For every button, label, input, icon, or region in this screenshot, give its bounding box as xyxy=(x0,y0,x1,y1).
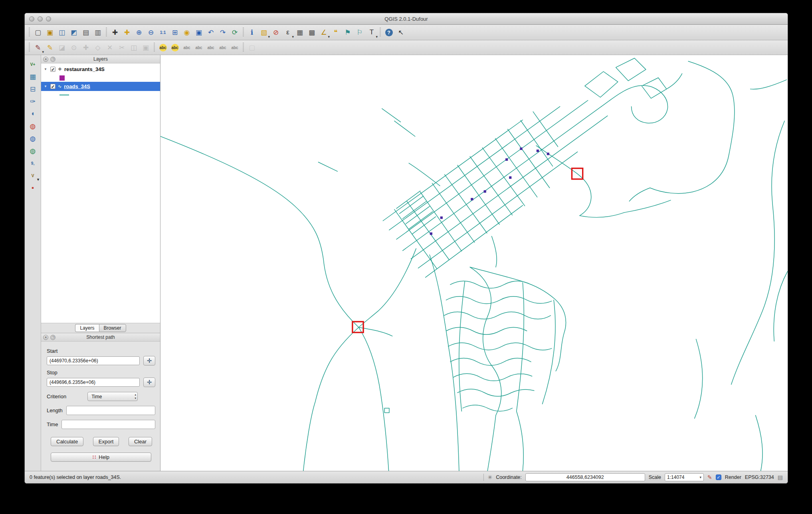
map-roads xyxy=(160,58,788,471)
toolbar-handle[interactable] xyxy=(380,28,381,37)
help-contents-icon[interactable]: ? xyxy=(383,27,394,38)
label-rotate-icon[interactable]: abc xyxy=(217,42,228,53)
remove-layer-icon[interactable]: ▪ xyxy=(27,183,39,193)
zoom-full-extent-icon[interactable]: ⊞ xyxy=(169,27,180,38)
move-feature-icon: ✚ xyxy=(80,42,91,53)
add-oracle-layer-icon[interactable]: ◍ xyxy=(27,121,39,131)
shortest-path-title: Shortest path xyxy=(41,334,160,340)
identify-features-icon[interactable]: ℹ xyxy=(246,27,257,38)
field-calculator-icon[interactable]: ▩ xyxy=(306,27,317,38)
add-postgis-layer-icon[interactable]: ⊟ xyxy=(27,84,39,94)
new-print-composer-icon[interactable]: ▤ xyxy=(80,27,91,38)
whats-this-icon[interactable]: ↖ xyxy=(395,27,406,38)
calculate-button[interactable]: Calculate xyxy=(51,437,83,446)
status-message: 0 feature(s) selected on layer roads_34S… xyxy=(30,474,121,480)
length-label: Length xyxy=(47,407,63,413)
chevron-down-icon: ▾ xyxy=(700,475,702,479)
save-project-icon[interactable]: ◫ xyxy=(56,27,67,38)
expand-triangle-icon[interactable]: ▼ xyxy=(44,67,48,71)
select-features-icon[interactable]: ▧▾ xyxy=(258,27,269,38)
window-title: QGIS 2.0.1-Dufour xyxy=(25,16,788,22)
tab-layers[interactable]: Layers xyxy=(75,324,99,332)
scale-combo[interactable]: 1:14074 ▾ xyxy=(665,473,704,481)
stepper-arrows-icon: ▴▾ xyxy=(135,393,137,400)
zoom-in-icon[interactable]: ⊕ xyxy=(133,27,145,38)
toolbar-handle[interactable] xyxy=(243,28,244,37)
layer-visibility-checkbox[interactable]: ✓ xyxy=(50,67,55,72)
digitizing-labeling-toolbar: ✎▾✎◪⊙✚◇✕✂◫▣abcabcabcabcabcabcabc▢ xyxy=(25,40,788,55)
pan-map-icon[interactable]: ✚ xyxy=(109,27,121,38)
composer-manager-icon[interactable]: ▥ xyxy=(92,27,103,38)
minimize-button[interactable] xyxy=(38,16,43,22)
zoom-to-layer-icon[interactable]: ▣ xyxy=(193,27,204,38)
zoom-actual-size-icon[interactable]: 1:1 xyxy=(157,27,168,38)
stop-input[interactable]: (449696,6.2355e+06) xyxy=(47,378,140,387)
add-vector-layer-icon[interactable]: V+ xyxy=(27,59,39,69)
redraw-icon[interactable]: ✎ xyxy=(707,474,712,480)
toggle-editing-icon[interactable]: ✎ xyxy=(44,42,55,53)
messages-icon[interactable]: ▤ xyxy=(778,474,783,480)
new-shapefile-layer-icon[interactable]: V▾ xyxy=(27,170,39,181)
zoom-button[interactable] xyxy=(46,16,51,22)
start-capture-button[interactable]: ✛ xyxy=(143,356,155,366)
add-raster-layer-icon[interactable]: ▦ xyxy=(27,71,39,82)
new-project-icon[interactable]: ▢ xyxy=(32,27,44,38)
close-button[interactable] xyxy=(29,16,34,22)
zoom-last-icon[interactable]: ↶ xyxy=(205,27,216,38)
start-input[interactable]: (446970,6.23356e+06) xyxy=(47,356,140,365)
zoom-next-icon[interactable]: ↷ xyxy=(217,27,228,38)
label-move-icon[interactable]: abc xyxy=(205,42,216,53)
add-delimited-text-layer-icon[interactable]: 9, xyxy=(27,158,39,168)
toolbar-handle[interactable] xyxy=(106,28,107,37)
title-bar[interactable]: QGIS 2.0.1-Dufour xyxy=(25,13,788,25)
labeling-icon[interactable]: abc xyxy=(157,42,168,53)
open-attribute-table-icon[interactable]: ▦ xyxy=(294,27,305,38)
start-label: Start xyxy=(47,348,155,354)
length-input[interactable] xyxy=(66,406,155,415)
add-mssql-layer-icon[interactable]: ◖ xyxy=(27,109,39,119)
scale-label: Scale xyxy=(649,474,661,480)
new-bookmark-icon[interactable]: ⚑ xyxy=(342,27,353,38)
tab-browser[interactable]: Browser xyxy=(99,324,126,332)
toolbar-handle[interactable] xyxy=(243,43,244,52)
criterion-select[interactable]: Time ▴▾ xyxy=(87,392,138,401)
pan-to-selection-icon[interactable]: ✚ xyxy=(121,27,133,38)
refresh-map-icon[interactable]: ⟳ xyxy=(229,27,240,38)
layer-visibility-checkbox[interactable]: ✓ xyxy=(50,84,55,89)
coordinate-label: Coordinate: xyxy=(496,474,522,480)
coordinate-input[interactable]: 446558,6234092 xyxy=(525,473,645,481)
deselect-features-icon[interactable]: ⊘ xyxy=(270,27,281,38)
measure-icon[interactable]: ∠▾ xyxy=(318,27,329,38)
clear-button[interactable]: Clear xyxy=(129,437,152,446)
current-edits-icon[interactable]: ✎▾ xyxy=(32,42,44,53)
label-properties-icon[interactable]: abc xyxy=(229,42,240,53)
render-checkbox[interactable]: ✓ xyxy=(716,474,721,480)
add-spatialite-layer-icon[interactable]: ✑ xyxy=(27,96,39,107)
label-highlight-icon[interactable]: abc xyxy=(193,42,204,53)
label-selected-icon[interactable]: abc xyxy=(169,42,180,53)
zoom-to-selection-icon[interactable]: ◉ xyxy=(181,27,192,38)
expand-triangle-icon[interactable]: ▼ xyxy=(44,85,48,88)
tracking-icon[interactable]: ✳ xyxy=(487,474,492,480)
label-pin-icon[interactable]: abc xyxy=(181,42,192,53)
zoom-out-icon[interactable]: ⊖ xyxy=(145,27,156,38)
layer-row-restaurants[interactable]: ▼ ✓ ❖ restaurants_34S xyxy=(41,65,160,74)
stop-capture-button[interactable]: ✛ xyxy=(143,378,155,387)
add-wms-layer-icon[interactable]: ◍ xyxy=(27,133,39,144)
toolbar-handle[interactable] xyxy=(154,43,155,52)
layers-panel-header: ✕ ❐ Layers xyxy=(41,55,160,63)
add-wcs-layer-icon[interactable]: ◍ xyxy=(27,146,39,156)
help-button[interactable]: ∷ Help xyxy=(51,453,151,462)
map-tips-icon[interactable]: ❝ xyxy=(330,27,341,38)
toolbar-handle[interactable] xyxy=(29,28,30,37)
layer-row-roads[interactable]: ▼ ✓ ∿ roads_34S xyxy=(41,82,160,91)
map-canvas[interactable] xyxy=(160,55,788,471)
time-input[interactable] xyxy=(61,420,155,429)
text-annotation-icon[interactable]: T▾ xyxy=(366,27,377,38)
show-bookmarks-icon[interactable]: ⚐ xyxy=(354,27,365,38)
save-project-as-icon[interactable]: ◩ xyxy=(68,27,79,38)
open-project-icon[interactable]: ▣ xyxy=(44,27,55,38)
export-button[interactable]: Export xyxy=(93,437,119,446)
toolbar-handle[interactable] xyxy=(29,43,30,52)
select-by-expression-icon[interactable]: ε▾ xyxy=(282,27,293,38)
